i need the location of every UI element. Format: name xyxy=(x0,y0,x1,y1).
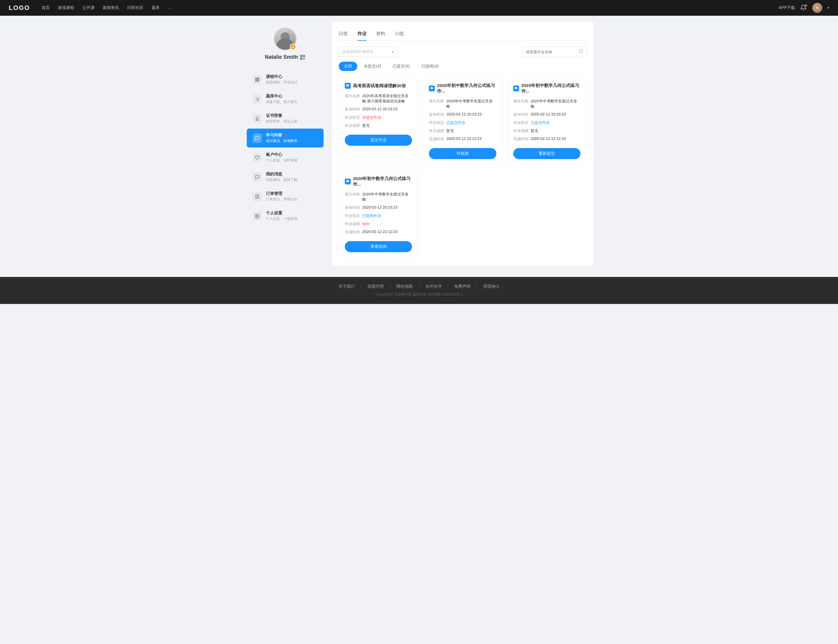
qr-icon[interactable] xyxy=(300,54,306,60)
svg-rect-11 xyxy=(255,80,259,81)
footer-recruit[interactable]: 招贤纳士 xyxy=(483,284,500,289)
tab-qa[interactable]: 问答 xyxy=(339,28,348,40)
account-title: 账户中心 xyxy=(266,152,318,158)
course-select[interactable]: 请选择课程/课程包 ▾ xyxy=(339,46,397,57)
card-1-flag xyxy=(345,83,351,89)
question-bank-title: 题库中心 xyxy=(266,94,318,99)
footer-partners[interactable]: 合作伙伴 xyxy=(426,284,442,289)
footer-sitemap[interactable]: 网站地图 xyxy=(396,284,412,289)
footer-about[interactable]: 关于我们 xyxy=(338,284,355,289)
certificate-sub: 收获荣誉、持证上岗 xyxy=(266,119,318,124)
card-3-title: 2020年初中数学几何公式练习作... xyxy=(513,83,580,94)
sidebar-item-messages[interactable]: 我的消息 消息通知、及时了解 xyxy=(247,168,324,186)
footer-disclaimer[interactable]: 免费声明 xyxy=(454,284,470,289)
question-bank-icon xyxy=(253,95,262,104)
sidebar-item-question-bank[interactable]: 题库中心 海量习题、助力通关 xyxy=(247,90,324,108)
sidebar-item-settings[interactable]: 个人设置 个人信息、一键管理 xyxy=(247,207,324,225)
sidebar-item-certificate[interactable]: 证书荣誉 收获荣誉、持证上岗 xyxy=(247,109,324,128)
svg-rect-3 xyxy=(301,56,302,56)
tab-group[interactable]: 小组 xyxy=(394,28,404,40)
sidebar-profile: ★ Natalie Smith xyxy=(245,27,326,67)
messages-icon xyxy=(253,172,262,182)
bell-icon[interactable] xyxy=(800,4,807,12)
homework-card-2: 2020年初中数学几何公式练习作... 课次名称 2020年中考数学全面过关攻略… xyxy=(423,77,502,165)
nav-more[interactable]: ··· xyxy=(168,5,171,10)
user-name-row: Natalie Smith xyxy=(265,54,306,60)
svg-rect-6 xyxy=(303,58,304,58)
settings-icon xyxy=(253,212,262,221)
homework-card-1: 高考英语试卷阅读理解30张 课次名称 2020年高考英语全面过关攻略-第六期零基… xyxy=(339,77,418,165)
footer-copyright: Copyright© 云朵商学院 版权所有 京ICP备17051340号-1 xyxy=(7,292,831,297)
sidebar-item-study-qa[interactable]: 学习问答 课后重温、疑难解答 xyxy=(247,128,324,148)
card-1-title: 高考英语试卷阅读理解30张 xyxy=(345,83,412,89)
nav-open[interactable]: 公开课 xyxy=(82,5,95,10)
svg-rect-10 xyxy=(255,79,259,80)
study-qa-title: 学习问答 xyxy=(266,133,318,138)
settings-sub: 个人信息、一键管理 xyxy=(266,217,318,221)
sidebar-item-account[interactable]: 账户中心 个人权益、实时掌握 xyxy=(247,148,324,167)
filter-row: 请选择课程/课程包 ▾ xyxy=(339,46,587,57)
footer: 关于我们 | 加盟代理 | 网站地图 | 合作伙伴 | 免费声明 | 招贤纳士 … xyxy=(0,277,838,304)
homework-card-4: 2020年初中数学几何公式练习作... 课次名称 2020年中考数学全面过关攻略… xyxy=(339,170,418,258)
card-3-flag xyxy=(513,85,519,91)
svg-point-22 xyxy=(579,49,583,53)
svg-point-18 xyxy=(256,117,258,119)
account-sub: 个人权益、实时掌握 xyxy=(266,158,318,163)
resubmit-btn[interactable]: 重新提交 xyxy=(513,148,580,159)
study-qa-icon xyxy=(253,133,262,143)
status-tab-not-submitted[interactable]: 未提交(4) xyxy=(358,62,386,71)
messages-sub: 消息通知、及时了解 xyxy=(266,177,318,182)
bell-notification-dot xyxy=(805,4,807,7)
nav-home[interactable]: 首页 xyxy=(42,5,50,10)
avatar-wrapper: ★ xyxy=(273,27,297,51)
homework-search-input[interactable] xyxy=(526,50,579,54)
course-center-icon xyxy=(253,75,262,84)
svg-rect-9 xyxy=(255,78,259,79)
course-center-title: 课程中心 xyxy=(266,74,318,79)
certificate-title: 证书荣誉 xyxy=(266,113,318,118)
nav-bank[interactable]: 题库 xyxy=(151,5,160,10)
nav-news[interactable]: 新闻资讯 xyxy=(103,5,119,10)
study-qa-notification-dot xyxy=(283,134,286,136)
account-icon xyxy=(253,153,262,162)
submit-homework-btn[interactable]: 提交作业 xyxy=(345,135,412,146)
user-name: Natalie Smith xyxy=(265,54,298,60)
user-avatar-nav[interactable]: N xyxy=(812,3,822,13)
status-tab-reviewed[interactable]: 已批阅(4) xyxy=(416,62,444,71)
svg-point-21 xyxy=(256,215,258,217)
card-2-flag xyxy=(429,85,435,91)
sidebar-item-orders[interactable]: 订单管理 订单支出、明明白白 xyxy=(247,187,324,206)
app-download-link[interactable]: APP下载 xyxy=(779,5,795,10)
navbar-right: APP下载 N ▾ xyxy=(779,3,829,13)
user-menu-chevron[interactable]: ▾ xyxy=(828,6,829,10)
status-tab-all[interactable]: 全部 xyxy=(339,62,357,71)
nav-discover[interactable]: 发现课程 xyxy=(58,5,74,10)
orders-icon xyxy=(253,192,262,201)
card-4-title: 2020年初中数学几何公式练习作... xyxy=(345,176,412,187)
sidebar-item-course-center[interactable]: 课程中心 精彩课程、不容错过 xyxy=(247,70,324,89)
nav-menu: 首页 发现课程 公开课 新闻资讯 问答社区 题库 ··· xyxy=(42,5,779,10)
view-review-btn[interactable]: 查看批阅 xyxy=(345,241,412,252)
nav-qa[interactable]: 问答社区 xyxy=(127,5,143,10)
page-content: ★ Natalie Smith 课程中心 精彩课程、不容错过 xyxy=(245,16,593,277)
status-tabs: 全部 未提交(4) 已提交(4) 已批阅(4) xyxy=(339,62,587,71)
pending-review-btn[interactable]: 待批阅 xyxy=(429,148,496,159)
footer-franchise[interactable]: 加盟代理 xyxy=(368,284,384,289)
messages-title: 我的消息 xyxy=(266,172,318,177)
svg-rect-4 xyxy=(304,56,304,56)
card-4-flag xyxy=(345,179,351,184)
footer-links: 关于我们 | 加盟代理 | 网站地图 | 合作伙伴 | 免费声明 | 招贤纳士 xyxy=(7,284,831,289)
tab-homework[interactable]: 作业 xyxy=(357,28,366,40)
orders-title: 订单管理 xyxy=(266,191,318,196)
sidebar: ★ Natalie Smith 课程中心 精彩课程、不容错过 xyxy=(245,21,326,265)
orders-sub: 订单支出、明明白白 xyxy=(266,197,318,202)
homework-card-3: 2020年初中数学几何公式练习作... 课次名称 2020年中考数学全面过关攻略… xyxy=(507,77,587,165)
tab-material[interactable]: 资料 xyxy=(376,28,385,40)
homework-cards-grid: 高考英语试卷阅读理解30张 课次名称 2020年高考英语全面过关攻略-第六期零基… xyxy=(339,77,587,258)
search-icon[interactable] xyxy=(579,49,583,55)
question-bank-sub: 海量习题、助力通关 xyxy=(266,100,318,104)
logo: LOGO xyxy=(9,4,30,12)
navbar: LOGO 首页 发现课程 公开课 新闻资讯 问答社区 题库 ··· APP下载 … xyxy=(0,0,838,16)
main-content: 问答 作业 资料 小组 请选择课程/课程包 ▾ 全部 未提交(4) 已提交(4)… xyxy=(332,21,593,265)
status-tab-submitted[interactable]: 已提交(4) xyxy=(387,62,415,71)
